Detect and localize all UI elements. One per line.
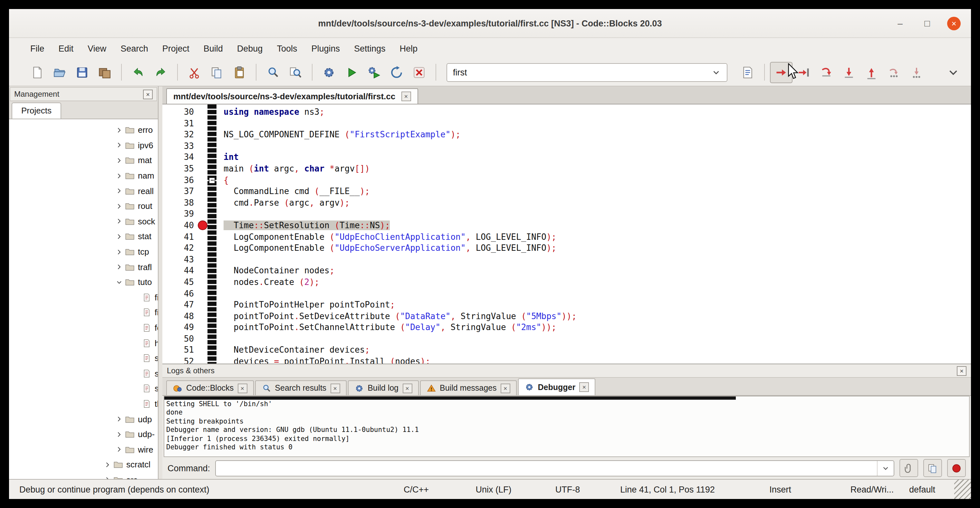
paste-button[interactable] (228, 62, 251, 83)
build-and-run-button[interactable] (363, 62, 385, 83)
close-log-tab-icon[interactable]: × (237, 383, 247, 393)
statusbar-resize-grip[interactable] (954, 479, 971, 499)
close-log-tab-icon[interactable]: × (579, 382, 589, 392)
step-into-button[interactable] (838, 62, 860, 83)
redo-button[interactable] (150, 62, 172, 83)
breakpoint-margin[interactable] (199, 333, 207, 345)
titlebar[interactable]: mnt/dev/tools/source/ns-3-dev/examples/t… (9, 9, 971, 38)
tree-item-fif[interactable]: fif (9, 290, 158, 305)
chevron-right-icon[interactable] (103, 475, 112, 479)
project-tree[interactable]: erroipv6matnamreallroutsockstattcptraflt… (9, 119, 158, 479)
breakpoint-margin[interactable] (199, 311, 207, 322)
chevron-right-icon[interactable] (115, 126, 124, 135)
chevron-right-icon[interactable] (115, 445, 124, 454)
tree-item-th[interactable]: th (9, 396, 158, 411)
tree-item-sock[interactable]: sock (9, 214, 158, 229)
menu-help[interactable]: Help (393, 40, 425, 56)
breakpoint-margin[interactable] (199, 118, 207, 129)
log-tab-build-messages[interactable]: Build messages× (420, 381, 517, 395)
tree-item-erro[interactable]: erro (9, 123, 158, 138)
tree-item-ipv6[interactable]: ipv6 (9, 138, 158, 153)
tree-item-tuto[interactable]: tuto (9, 275, 158, 290)
build-button[interactable] (318, 62, 340, 83)
fold-marker-icon[interactable] (209, 177, 215, 183)
minimize-button[interactable]: – (893, 16, 907, 30)
log-tab-build-log[interactable]: Build log× (348, 381, 418, 395)
cut-button[interactable] (183, 62, 205, 83)
tree-item-trafl[interactable]: trafl (9, 260, 158, 275)
step-out-button[interactable] (860, 62, 883, 83)
close-logs-icon[interactable]: × (957, 366, 966, 376)
command-input[interactable] (215, 460, 894, 476)
maximize-button[interactable]: □ (920, 16, 934, 30)
breakpoint-margin[interactable] (199, 265, 207, 277)
chevron-right-icon[interactable] (103, 460, 112, 469)
menu-build[interactable]: Build (197, 40, 230, 56)
tree-item-fir[interactable]: fir (9, 305, 158, 320)
chevron-down-icon[interactable] (115, 277, 124, 287)
panel-splitter[interactable] (159, 86, 162, 479)
menu-file[interactable]: File (23, 40, 51, 56)
chevron-right-icon[interactable] (115, 156, 124, 165)
chevron-right-icon[interactable] (115, 171, 124, 180)
tree-item-tcp[interactable]: tcp (9, 244, 158, 260)
chevron-right-icon[interactable] (115, 232, 124, 241)
menu-project[interactable]: Project (155, 40, 197, 56)
next-instruction-button[interactable] (883, 62, 905, 83)
copy-button[interactable] (205, 62, 228, 83)
chevron-right-icon[interactable] (115, 186, 124, 195)
next-line-button[interactable] (815, 62, 838, 83)
breakpoint-margin[interactable] (199, 197, 207, 209)
breakpoint-margin[interactable] (199, 254, 207, 265)
new-file-button[interactable] (26, 62, 48, 83)
tree-item-mat[interactable]: mat (9, 153, 158, 168)
chevron-right-icon[interactable] (115, 217, 124, 226)
abort-build-button[interactable] (408, 62, 430, 83)
tab-projects[interactable]: Projects (11, 102, 61, 119)
tree-item-reall[interactable]: reall (9, 183, 158, 199)
close-management-icon[interactable]: × (143, 89, 153, 99)
chevron-right-icon[interactable] (115, 414, 124, 424)
chevron-right-icon[interactable] (115, 247, 124, 256)
menu-debug[interactable]: Debug (230, 40, 270, 56)
menu-tools[interactable]: Tools (270, 40, 304, 56)
tree-item-wire[interactable]: wire (9, 442, 158, 457)
chevron-right-icon[interactable] (115, 430, 124, 439)
step-into-instruction-button[interactable] (905, 62, 928, 83)
compile-current-file-button[interactable] (737, 62, 759, 83)
log-tab-debugger[interactable]: Debugger× (518, 378, 596, 395)
menu-view[interactable]: View (81, 40, 113, 56)
breakpoint-margin[interactable] (199, 129, 207, 140)
stop-debugger-button[interactable] (947, 459, 966, 477)
code-editor[interactable]: 30using namespace ns3;3132NS_LOG_COMPONE… (162, 104, 971, 364)
breakpoint-margin[interactable] (199, 163, 207, 174)
menu-plugins[interactable]: Plugins (304, 40, 347, 56)
chevron-right-icon[interactable] (115, 202, 124, 211)
rebuild-button[interactable] (385, 62, 408, 83)
build-target-combo[interactable]: first (447, 63, 727, 81)
tree-item-udp[interactable]: udp- (9, 427, 158, 442)
breakpoint-margin[interactable] (199, 220, 207, 231)
menu-search[interactable]: Search (113, 40, 155, 56)
breakpoint-margin[interactable] (199, 242, 207, 254)
close-button[interactable]: × (947, 16, 961, 30)
breakpoint-margin[interactable] (199, 322, 207, 333)
breakpoint-icon[interactable] (198, 221, 207, 231)
tree-item-stat[interactable]: stat (9, 229, 158, 244)
breakpoint-margin[interactable] (199, 299, 207, 311)
debugger-output[interactable]: Setting SHELL to '/bin/sh'doneSetting br… (164, 396, 970, 457)
close-log-tab-icon[interactable]: × (501, 383, 510, 393)
close-log-tab-icon[interactable]: × (330, 383, 340, 393)
tree-item-se[interactable]: se (9, 366, 158, 381)
close-log-tab-icon[interactable]: × (402, 383, 412, 393)
tree-item-he[interactable]: he (9, 336, 158, 351)
chevron-right-icon[interactable] (115, 141, 124, 150)
copy-output-button[interactable] (923, 459, 942, 477)
breakpoint-margin[interactable] (199, 107, 207, 118)
attach-file-button[interactable] (899, 459, 918, 477)
tree-item-src[interactable]: src (9, 472, 158, 479)
tree-item-scratcl[interactable]: scratcl (9, 457, 158, 472)
tree-item-nam[interactable]: nam (9, 168, 158, 183)
save-button[interactable] (71, 62, 94, 83)
tree-item-rout[interactable]: rout (9, 199, 158, 214)
